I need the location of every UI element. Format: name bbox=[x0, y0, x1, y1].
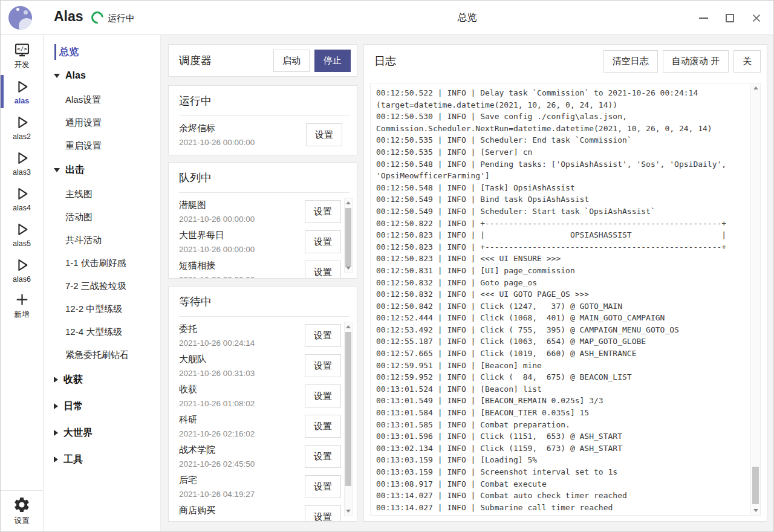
close-icon bbox=[752, 13, 761, 23]
scroll-up-icon[interactable] bbox=[346, 201, 351, 204]
log-box[interactable]: 00:12:50.522 | INFO | Delay task `Commis… bbox=[370, 83, 761, 516]
task-settings-button[interactable]: 设置 bbox=[305, 261, 341, 279]
task-row: 余烬信标2021-10-26 00:00:00设置 bbox=[179, 118, 350, 148]
menu-item-13[interactable]: 紧急委托刷钻石 bbox=[44, 343, 160, 366]
task-settings-button[interactable]: 设置 bbox=[305, 505, 341, 522]
task-list: 委托2021-10-26 00:24:14设置大舰队2021-10-26 00:… bbox=[179, 319, 341, 522]
section-running: 运行中余烬信标2021-10-26 00:00:00设置 bbox=[168, 85, 357, 155]
task-row: 委托2021-10-26 00:24:14设置 bbox=[179, 319, 341, 349]
menu-group-5[interactable]: 出击 bbox=[44, 157, 160, 183]
task-row: 后宅2021-10-26 04:19:27设置 bbox=[179, 470, 341, 500]
rail-item-settings[interactable]: 设置 bbox=[1, 493, 43, 528]
app-title: Alas bbox=[54, 8, 83, 25]
menu-item-8[interactable]: 共斗活动 bbox=[44, 229, 160, 251]
log-title: 日志 bbox=[374, 54, 599, 68]
menu-item-2[interactable]: Alas设置 bbox=[44, 88, 160, 111]
task-settings-button[interactable]: 设置 bbox=[305, 384, 341, 407]
task-settings-button[interactable]: 设置 bbox=[305, 445, 341, 468]
minimize-icon bbox=[699, 18, 708, 19]
scroll-up-icon[interactable] bbox=[753, 86, 758, 89]
rail-item-dev[interactable]: </>开发 bbox=[1, 38, 43, 74]
task-settings-button[interactable]: 设置 bbox=[305, 200, 341, 223]
scrollbar-thumb[interactable] bbox=[345, 208, 351, 267]
menu-item-7[interactable]: 活动图 bbox=[44, 206, 160, 229]
section-title: 运行中 bbox=[179, 94, 350, 108]
app-window: Alas 运行中 总览 </>开发alasalas2alas3alas4alas… bbox=[0, 0, 774, 532]
stop-button[interactable]: 停止 bbox=[314, 50, 351, 72]
minimize-button[interactable] bbox=[695, 10, 712, 27]
menu-group-label: Alas bbox=[65, 70, 86, 81]
task-settings-button[interactable]: 设置 bbox=[305, 354, 341, 377]
rail-item-alas3[interactable]: alas3 bbox=[1, 145, 43, 181]
task-settings-button[interactable]: 设置 bbox=[305, 475, 341, 498]
task-settings-button[interactable]: 设置 bbox=[305, 324, 341, 347]
play-icon bbox=[14, 186, 30, 202]
menu-item-3[interactable]: 通用设置 bbox=[44, 111, 160, 134]
task-row: 大舰队2021-10-26 00:31:03设置 bbox=[179, 349, 341, 379]
task-row: 短猫相接2021-10-26 00:00:00设置 bbox=[179, 255, 341, 279]
task-row: 商店购买设置 bbox=[179, 500, 341, 522]
sidebar-item-overview[interactable]: 总览 bbox=[44, 41, 160, 63]
section-divider bbox=[179, 316, 350, 317]
menu-group-label: 日常 bbox=[63, 400, 83, 413]
autoscroll-on-button[interactable]: 自动滚动 开 bbox=[663, 50, 729, 73]
chevron-down-icon bbox=[54, 168, 60, 172]
section-scrollbar[interactable] bbox=[344, 322, 353, 516]
rail-item-alas[interactable]: alas bbox=[1, 74, 43, 109]
play-icon bbox=[14, 221, 30, 238]
maximize-icon bbox=[726, 14, 734, 22]
rail-item-alas5[interactable]: alas5 bbox=[1, 216, 43, 252]
chevron-down-icon bbox=[54, 74, 60, 78]
rail-item-label: alas4 bbox=[13, 204, 31, 212]
titlebar: Alas 运行中 总览 bbox=[1, 1, 773, 35]
rail-item-alas6[interactable]: alas6 bbox=[1, 252, 43, 288]
code-icon: </> bbox=[14, 42, 30, 58]
scroll-up-icon[interactable] bbox=[346, 325, 351, 328]
task-row: 科研2021-10-26 02:16:02设置 bbox=[179, 409, 341, 440]
menu-item-9[interactable]: 1-1 伏击刷好感 bbox=[44, 251, 160, 274]
menu-group-15[interactable]: 日常 bbox=[44, 393, 160, 420]
chevron-right-icon bbox=[54, 430, 58, 436]
menu-item-12[interactable]: 12-4 大型练级 bbox=[44, 320, 160, 343]
rail-item-alas2[interactable]: alas2 bbox=[1, 109, 43, 145]
log-scrollbar[interactable] bbox=[750, 83, 760, 515]
task-row: 大世界每日2021-10-26 00:00:00设置 bbox=[179, 225, 341, 255]
scroll-down-icon[interactable] bbox=[346, 510, 351, 513]
clear-log-button[interactable]: 清空日志 bbox=[603, 50, 658, 73]
plus-icon bbox=[14, 291, 30, 308]
menu-item-11[interactable]: 12-2 中型练级 bbox=[44, 297, 160, 320]
close-button[interactable] bbox=[748, 10, 765, 27]
menu-item-4[interactable]: 重启设置 bbox=[44, 134, 160, 157]
rail-bottom: 设置 bbox=[1, 493, 43, 528]
rail-item-alas4[interactable]: alas4 bbox=[1, 181, 43, 216]
menu-group-14[interactable]: 收获 bbox=[44, 366, 160, 393]
chevron-right-icon bbox=[54, 403, 58, 409]
scrollbar-thumb[interactable] bbox=[345, 332, 351, 486]
play-icon bbox=[14, 79, 30, 95]
menu-group-16[interactable]: 大世界 bbox=[44, 420, 160, 446]
menu-group-17[interactable]: 工具 bbox=[44, 446, 160, 473]
rail-item-label: alas2 bbox=[13, 132, 31, 141]
task-settings-button[interactable]: 设置 bbox=[306, 123, 342, 146]
task-settings-button[interactable]: 设置 bbox=[305, 230, 341, 253]
start-button[interactable]: 启动 bbox=[273, 50, 310, 72]
window-controls bbox=[695, 1, 765, 35]
section-scrollbar[interactable] bbox=[344, 198, 353, 273]
play-icon bbox=[14, 114, 30, 131]
section-divider bbox=[179, 115, 350, 116]
menu-item-10[interactable]: 7-2 三战捡垃圾 bbox=[44, 274, 160, 297]
scroll-down-icon[interactable] bbox=[753, 509, 758, 512]
task-settings-button[interactable]: 设置 bbox=[305, 415, 341, 438]
log-panel: 日志 清空日志 自动滚动 开 关 00:12:50.522 | INFO | D… bbox=[363, 44, 767, 522]
task-row: 收获2021-10-26 01:08:02设置 bbox=[179, 379, 341, 409]
autoscroll-off-button[interactable]: 关 bbox=[733, 50, 761, 73]
menu-group-1[interactable]: Alas bbox=[44, 63, 160, 88]
rail-item-add[interactable]: 新增 bbox=[1, 288, 43, 323]
maximize-button[interactable] bbox=[721, 10, 738, 27]
menu-item-6[interactable]: 主线图 bbox=[44, 183, 160, 206]
scroll-down-icon[interactable] bbox=[346, 267, 351, 270]
svg-text:</>: </> bbox=[17, 46, 27, 52]
log-scrollbar-thumb[interactable] bbox=[752, 467, 759, 504]
gear-icon bbox=[13, 496, 31, 514]
log-header: 日志 清空日志 自动滚动 开 关 bbox=[364, 45, 767, 77]
